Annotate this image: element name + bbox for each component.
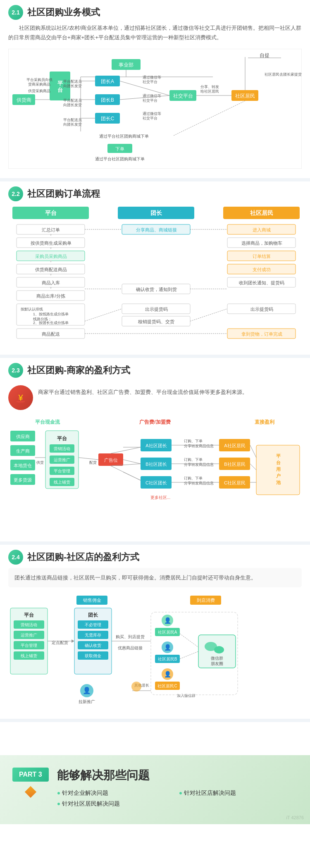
svg-text:事业部: 事业部: [119, 62, 134, 68]
svg-marker-197: [72, 639, 74, 643]
svg-text:社区居民: 社区居民: [250, 210, 273, 216]
diagram-24: 销售佣金 到店消费 平台 营销活动 运营推广 平台管理 线上铺货 定点配货 团长…: [8, 594, 302, 709]
section-22-header: 2.2 社区团购订单流程: [0, 181, 310, 205]
svg-text:微信群: 微信群: [211, 656, 223, 661]
section-23-title: 社区团购-商家的盈利方式: [27, 364, 130, 377]
svg-rect-0: [8, 49, 302, 169]
svg-text:社区居民B: 社区居民B: [158, 657, 177, 661]
svg-line-147: [111, 447, 141, 453]
svg-line-229: [180, 651, 198, 659]
svg-text:户: 户: [276, 473, 281, 478]
svg-text:平台现金流: 平台现金流: [35, 419, 60, 425]
svg-point-225: [214, 646, 224, 653]
svg-text:👤: 👤: [164, 644, 172, 651]
svg-text:向团长发货: 向团长发货: [63, 122, 82, 126]
profit-intro: ¥ 商家平台通过销售盈利、社区店广告费、加盟费、平台现金流价值延伸等更多盈利来源…: [8, 385, 302, 410]
svg-text:社交平台: 社交平台: [143, 116, 157, 120]
svg-text:确认收货: 确认收货: [84, 643, 101, 648]
section-24-header: 2.4 社区团购-社区店的盈利方式: [0, 545, 310, 568]
part3-banner: PART 3 能够解决那些问题 针对企业解决问题 针对社区店解决问题 针对社区居…: [0, 755, 310, 824]
svg-text:C社区居民: C社区居民: [224, 480, 246, 485]
svg-text:社交平台: 社交平台: [143, 98, 157, 103]
svg-text:优惠商品链接: 优惠商品链接: [118, 646, 143, 650]
svg-text:更多货源: 更多货源: [14, 477, 32, 482]
svg-text:团长: 团长: [150, 210, 162, 216]
svg-text:▼: ▼: [49, 286, 52, 290]
svg-text:向团长发货: 向团长发货: [63, 84, 82, 88]
svg-text:拉新推广: 拉新推广: [79, 699, 95, 704]
svg-text:配货: 配货: [89, 460, 97, 465]
svg-text:按供货商生成采购单: 按供货商生成采购单: [31, 241, 72, 246]
divider-22-23: [0, 355, 310, 358]
svg-text:货商采购商品: 货商采购商品: [28, 82, 50, 86]
svg-text:营销活动: 营销活动: [21, 622, 37, 627]
svg-text:供货采购商品: 供货采购商品: [28, 89, 50, 93]
svg-line-149: [111, 466, 141, 480]
svg-text:C社区团长: C社区团长: [145, 480, 167, 485]
part3-badge-area: PART 3: [12, 768, 49, 796]
svg-text:线上铺货: 线上铺货: [21, 653, 37, 658]
svg-text:👤: 👤: [83, 687, 91, 694]
svg-text:供货: 供货: [36, 460, 44, 465]
svg-line-228: [180, 634, 198, 647]
svg-text:平台: 平台: [45, 210, 57, 216]
svg-text:订购、下单: 订购、下单: [184, 458, 203, 462]
svg-text:团长C: 团长C: [101, 116, 114, 122]
svg-text:👤: 👤: [164, 671, 172, 678]
svg-text:分享、转发: 分享、转发: [200, 85, 219, 89]
svg-text:采购员采购商品: 采购员采购商品: [35, 254, 67, 259]
part3-content: 能够解决那些问题 针对企业解决问题 针对社区店解决问题 针对社区居民解决问题: [57, 768, 298, 808]
svg-text:加入微信群: 加入微信群: [177, 694, 196, 698]
svg-text:通过平台社区团购商城下单: 通过平台社区团购商城下单: [95, 157, 145, 161]
svg-text:▼: ▼: [49, 246, 52, 250]
part3-bullet-2: 针对社区居民解决问题: [57, 800, 176, 808]
svg-text:按默认认排线: 按默认认排线: [21, 307, 43, 311]
svg-text:2、按团长生成分拣单: 2、按团长生成分拣单: [33, 321, 69, 325]
svg-text:平台采购员向供: 平台采购员向供: [26, 78, 52, 82]
svg-line-106: [85, 309, 122, 321]
svg-text:通过微信等: 通过微信等: [143, 112, 161, 116]
divider-23-24: [0, 541, 310, 545]
svg-text:A社区团长: A社区团长: [145, 443, 167, 448]
section-23-badge: 2.3: [8, 363, 23, 378]
svg-text:团长B: 团长B: [101, 97, 114, 103]
svg-text:给社区居民: 给社区居民: [200, 89, 219, 93]
svg-text:出示提货码: 出示提货码: [145, 307, 168, 312]
svg-line-145: [123, 460, 141, 464]
svg-text:自提: 自提: [260, 52, 269, 58]
svg-point-235: [131, 682, 141, 692]
svg-text:广告位: 广告位: [104, 458, 118, 463]
part3-bullets: 针对企业解决问题 针对社区店解决问题 针对社区居民解决问题: [57, 789, 298, 808]
svg-text:平台: 平台: [24, 612, 34, 618]
svg-text:出示提货码: 出示提货码: [250, 307, 273, 312]
svg-text:无需库存: 无需库存: [85, 633, 101, 637]
svg-text:生产商: 生产商: [16, 448, 30, 453]
svg-text:线上铺货: 线上铺货: [54, 480, 70, 484]
svg-text:确认收货，通知到货: 确认收货，通知到货: [136, 287, 177, 292]
svg-text:社区居民A: 社区居民A: [158, 630, 177, 634]
svg-text:收到团长通知、提货码: 收到团长通知、提货码: [239, 280, 284, 285]
svg-text:👤: 👤: [164, 617, 172, 624]
svg-text:池: 池: [276, 480, 281, 485]
svg-text:不必管理: 不必管理: [85, 622, 101, 627]
divider-21-22: [0, 178, 310, 181]
svg-text:汇总订单: 汇总订单: [42, 227, 60, 232]
svg-text:供应商: 供应商: [16, 434, 30, 439]
svg-text:¥: ¥: [18, 393, 23, 402]
svg-text:购买、到店提货: 购买、到店提货: [116, 634, 145, 639]
svg-text:通过微信等: 通过微信等: [143, 75, 161, 79]
svg-text:台: 台: [276, 460, 281, 465]
section-21-header: 2.1 社区团购业务模式: [0, 0, 310, 23]
svg-text:支付成功: 支付成功: [253, 267, 271, 272]
svg-text:分享转发商品信息: 分享转发商品信息: [184, 481, 214, 485]
svg-text:选择商品，加购物车: 选择商品，加购物车: [241, 241, 282, 246]
section-21: 社区团购系统以社区/农村/商业区基本单位，通过招募社区团长，通过微信等社交工具进…: [0, 23, 310, 178]
svg-text:朋友圈: 朋友圈: [211, 661, 223, 666]
svg-text:订单结算: 订单结算: [253, 254, 271, 259]
svg-text:分享转发商品信息: 分享转发商品信息: [184, 444, 214, 448]
svg-text:商品入库: 商品入库: [42, 280, 60, 285]
svg-text:平台配送员: 平台配送员: [63, 79, 82, 83]
svg-text:平台: 平台: [57, 436, 67, 441]
diagram-22: 平台 团长 社区居民 汇总订单 按供货商生成采购单 采购员采购商品 供货商配送商…: [8, 205, 302, 345]
svg-text:获取佣金: 获取佣金: [85, 653, 101, 658]
